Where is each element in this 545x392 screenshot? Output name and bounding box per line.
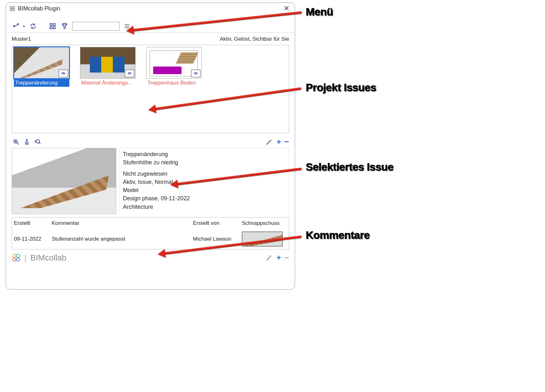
connection-icon[interactable] [12, 22, 20, 31]
bimcollab-logo-icon [9, 5, 15, 12]
svg-point-32 [16, 254, 20, 258]
dropdown-caret-icon[interactable]: ▼ [22, 25, 26, 28]
title-bar: BIMcollab Plugin [6, 3, 295, 14]
svg-rect-9 [50, 27, 52, 29]
comment-date: 09-11-2022 [12, 233, 50, 245]
search-input[interactable] [72, 22, 119, 31]
issue-thumbnail [14, 47, 69, 79]
filter-icon[interactable] [60, 22, 69, 31]
info-list-icon[interactable] [22, 137, 31, 146]
annotation-selected-label: Selektiertes Issue [306, 161, 393, 173]
viewpoint-icon[interactable] [125, 70, 134, 77]
refresh-search-icon[interactable] [33, 137, 42, 146]
svg-point-2 [10, 9, 12, 11]
issue-thumbnail [146, 47, 202, 79]
annotation-menu-label: Menü [306, 6, 333, 18]
svg-line-30 [270, 140, 271, 141]
issue-card[interactable]: Treppenhaus Boden [146, 47, 202, 87]
brand: | BIMcollab [12, 253, 66, 263]
svg-point-26 [36, 139, 39, 143]
comment-text: Stufenanzahl wurde angepasst [50, 233, 191, 245]
svg-point-31 [13, 254, 16, 258]
detail-milestone: Model [123, 186, 286, 194]
svg-point-3 [13, 9, 15, 11]
svg-point-22 [26, 139, 27, 140]
detail-subtitle: Stufenhöhe zu niedrig [123, 158, 286, 167]
svg-point-6 [18, 24, 19, 25]
svg-rect-7 [50, 24, 52, 26]
comment-author: Michael Lawson [191, 233, 240, 245]
detail-preview-image[interactable] [12, 148, 116, 214]
svg-line-5 [15, 25, 18, 26]
viewpoint-icon[interactable] [59, 70, 68, 77]
detail-discipline: Architecture [123, 203, 286, 211]
svg-point-34 [16, 258, 20, 261]
window-title: BIMcollab Plugin [18, 5, 60, 12]
issue-thumbnail [80, 47, 136, 79]
issue-label: Treppenhaus Boden [146, 79, 202, 87]
plugin-dialog: BIMcollab Plugin ▼ Muster1 Aktiv, Gelöst… [6, 3, 295, 290]
comment-row[interactable]: 09-11-2022 Stufenanzahl wurde angepasst … [12, 229, 289, 249]
detail-title: Treppenänderung [123, 150, 286, 158]
sync-icon[interactable] [29, 22, 38, 31]
filter-summary: Aktiv, Gelöst, Sichtbar für Sie [220, 36, 289, 42]
svg-point-4 [13, 25, 15, 27]
issue-card[interactable]: Material Änderungs... [80, 47, 136, 87]
svg-point-0 [10, 6, 12, 9]
grid-view-icon[interactable] [48, 22, 57, 31]
issue-label: Treppenänderung [14, 79, 69, 87]
annotation-issues-label: Projekt Issues [306, 81, 376, 94]
comments-header-row: Erstellt Kommentar Erstellt von Schnapps… [12, 218, 289, 229]
svg-line-27 [39, 143, 41, 144]
add-comment-button[interactable]: + [277, 253, 281, 262]
add-button[interactable]: + [277, 137, 281, 146]
svg-point-33 [13, 258, 16, 261]
viewpoint-icon[interactable] [191, 70, 200, 77]
edit-icon[interactable] [265, 137, 274, 146]
comments-table: Erstellt Kommentar Erstellt von Schnapps… [12, 217, 289, 249]
svg-rect-10 [53, 27, 55, 29]
dialog-footer: | BIMcollab + − [6, 249, 295, 265]
brand-text: BIMcollab [30, 253, 66, 263]
remove-comment-button[interactable]: − [284, 253, 289, 263]
svg-rect-8 [53, 24, 55, 26]
col-header-date: Erstellt [12, 218, 50, 229]
bimcollab-logo-icon [12, 253, 20, 262]
svg-point-1 [13, 6, 15, 9]
detail-phase: Design phase, 09-11-2022 [123, 194, 286, 202]
issues-panel: Treppenänderung Material Änderungs... Tr… [12, 45, 289, 133]
issue-label: Material Änderungs... [80, 79, 136, 87]
detail-toolbar: + − [6, 133, 295, 148]
svg-line-19 [17, 143, 19, 144]
edit-comment-icon[interactable] [265, 253, 274, 262]
project-name: Muster1 [12, 36, 31, 42]
issue-detail: Treppenänderung Stufenhöhe zu niedrig Ni… [6, 148, 295, 214]
issue-card[interactable]: Treppenänderung [14, 47, 69, 87]
col-header-author: Erstellt von [191, 218, 240, 229]
col-header-snapshot: Schnappschuss [240, 218, 289, 229]
zoom-in-icon[interactable] [12, 137, 20, 146]
col-header-comment: Kommentar [50, 218, 191, 229]
remove-button[interactable]: − [284, 137, 289, 147]
close-button[interactable] [282, 5, 291, 12]
annotation-comments-label: Kommentare [306, 229, 370, 241]
subheader: Muster1 Aktiv, Gelöst, Sichtbar für Sie [6, 33, 295, 45]
brand-separator: | [24, 253, 26, 263]
